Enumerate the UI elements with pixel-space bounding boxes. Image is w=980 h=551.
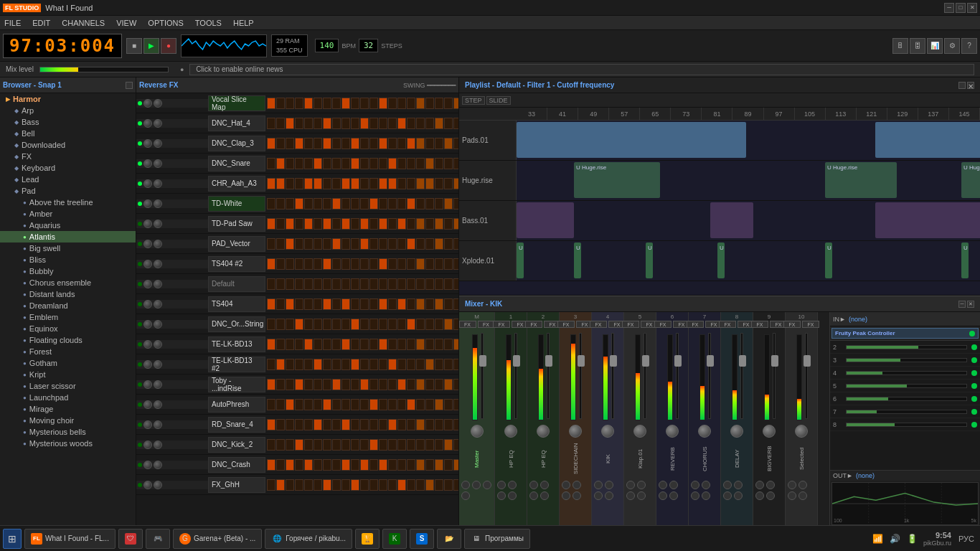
step-button[interactable] [369,479,378,491]
step-row-led[interactable] [138,322,142,326]
step-button[interactable] [453,459,458,471]
step-button[interactable] [341,479,350,491]
step-button[interactable] [332,399,341,410]
step-button[interactable] [314,158,322,169]
step-button[interactable] [351,399,359,410]
send-button[interactable] [659,481,667,489]
channel-pan-knob[interactable] [569,425,582,438]
send-button[interactable] [637,491,646,500]
step-button[interactable] [379,218,387,230]
step-button[interactable] [351,419,359,430]
sidebar-item-mysterious-bells[interactable]: ●Mysterious bells [0,426,136,438]
step-row-knob2[interactable] [154,441,162,449]
send-button[interactable] [788,481,796,489]
channel-pan-knob[interactable] [633,425,646,438]
step-button[interactable] [295,359,303,370]
step-button[interactable] [276,118,285,129]
step-button[interactable] [416,238,425,250]
step-button[interactable] [435,319,443,330]
send-button[interactable] [461,491,470,500]
step-row-knob2[interactable] [154,360,162,369]
step-button[interactable] [425,479,434,491]
step-button[interactable] [295,379,303,390]
send-button[interactable] [734,481,743,489]
step-row-led[interactable] [138,282,142,286]
step-button[interactable] [351,218,359,230]
step-button[interactable] [304,339,313,350]
step-button[interactable] [314,218,322,230]
step-row-led[interactable] [138,161,142,166]
track-block[interactable] [517,202,574,238]
step-button[interactable] [379,339,387,350]
step-row-knob[interactable] [143,240,152,248]
step-row-knob[interactable] [143,481,152,489]
step-button[interactable] [267,118,275,129]
step-button[interactable] [351,339,359,350]
step-button[interactable] [397,98,406,109]
taskbar-chrome[interactable]: 🌐 Горячее / pikabu... [265,529,352,549]
track-block[interactable]: U [961,242,969,278]
send-button[interactable] [497,481,506,489]
step-button[interactable] [369,218,378,230]
step-button[interactable] [444,379,453,390]
step-row-led[interactable] [138,463,142,467]
menu-item-help[interactable]: HELP [232,19,255,27]
menu-item-view[interactable]: VIEW [115,19,138,27]
step-button[interactable] [425,198,434,209]
step-row-knob[interactable] [143,360,152,369]
step-button[interactable] [267,258,275,270]
step-button[interactable] [304,118,313,129]
step-button[interactable] [435,379,443,390]
channel-pan-knob[interactable] [471,425,484,438]
step-button[interactable] [360,379,369,390]
step-button[interactable] [369,379,378,390]
step-button[interactable] [407,198,415,209]
step-button[interactable] [351,118,359,129]
step-button[interactable] [314,439,322,451]
step-button[interactable] [425,218,434,230]
mixer-channel-hp-eq[interactable]: 2FXFXHP EQ [527,312,560,540]
step-button[interactable] [332,198,341,209]
step-row-knob[interactable] [143,400,152,409]
step-button[interactable] [314,319,322,330]
track-block[interactable] [875,202,980,238]
channel-fader[interactable] [610,355,617,367]
step-button[interactable] [267,339,275,350]
step-button[interactable] [425,339,434,350]
step-row-knob2[interactable] [154,300,162,309]
step-button[interactable] [369,359,378,370]
fx-button[interactable]: FX [719,321,736,328]
step-row-knob2[interactable] [154,260,162,268]
step-row-label[interactable]: DNC_Clap_3 [208,136,265,151]
news-bar[interactable]: Click to enable online news [189,64,974,75]
fx-button[interactable]: FX [654,321,672,328]
fx-button[interactable]: FX [493,321,510,328]
step-row-label[interactable]: PAD_Vector [208,236,265,252]
step-button[interactable] [341,298,350,310]
step-button[interactable] [314,258,322,270]
tool4[interactable]: ⚙ [944,38,960,54]
step-button[interactable] [444,479,453,491]
step-button[interactable] [388,359,397,370]
step-button[interactable] [323,258,331,270]
step-button[interactable] [453,439,458,451]
step-row-knob[interactable] [143,99,152,108]
step-button[interactable] [323,399,331,410]
taskbar-antivirus[interactable]: 🛡 [118,529,143,549]
menu-item-edit[interactable]: EDIT [31,19,52,27]
step-button[interactable] [388,238,397,250]
step-button[interactable] [332,118,341,129]
step-row-label[interactable]: Vocal Slice Map [208,95,265,111]
step-button[interactable] [379,419,387,430]
step-button[interactable] [453,319,458,330]
step-button[interactable] [323,298,331,310]
step-button[interactable] [407,439,415,451]
step-button[interactable] [332,258,341,270]
step-button[interactable] [369,298,378,310]
send-button[interactable] [691,491,699,500]
mixer-minimize[interactable]: ─ [958,301,966,308]
step-button[interactable] [388,339,397,350]
step-button[interactable] [416,359,425,370]
step-button[interactable] [388,298,397,310]
step-button[interactable] [444,138,453,149]
